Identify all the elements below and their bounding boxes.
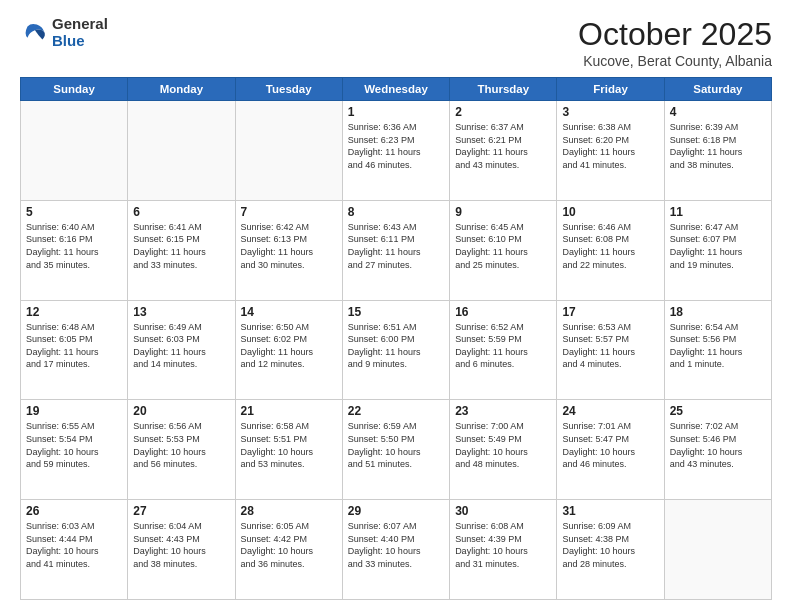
day-info: Sunrise: 6:36 AMSunset: 6:23 PMDaylight:… bbox=[348, 121, 444, 171]
day-info: Sunrise: 6:46 AMSunset: 6:08 PMDaylight:… bbox=[562, 221, 658, 271]
day-info: Sunrise: 6:05 AMSunset: 4:42 PMDaylight:… bbox=[241, 520, 337, 570]
table-row: 29Sunrise: 6:07 AMSunset: 4:40 PMDayligh… bbox=[342, 500, 449, 600]
table-row bbox=[21, 101, 128, 201]
day-info: Sunrise: 6:56 AMSunset: 5:53 PMDaylight:… bbox=[133, 420, 229, 470]
day-info: Sunrise: 6:07 AMSunset: 4:40 PMDaylight:… bbox=[348, 520, 444, 570]
day-info: Sunrise: 6:42 AMSunset: 6:13 PMDaylight:… bbox=[241, 221, 337, 271]
day-info: Sunrise: 7:00 AMSunset: 5:49 PMDaylight:… bbox=[455, 420, 551, 470]
day-info: Sunrise: 6:49 AMSunset: 6:03 PMDaylight:… bbox=[133, 321, 229, 371]
day-number: 10 bbox=[562, 205, 658, 219]
table-row: 6Sunrise: 6:41 AMSunset: 6:15 PMDaylight… bbox=[128, 200, 235, 300]
day-number: 22 bbox=[348, 404, 444, 418]
table-row: 21Sunrise: 6:58 AMSunset: 5:51 PMDayligh… bbox=[235, 400, 342, 500]
table-row: 5Sunrise: 6:40 AMSunset: 6:16 PMDaylight… bbox=[21, 200, 128, 300]
day-number: 8 bbox=[348, 205, 444, 219]
day-info: Sunrise: 6:39 AMSunset: 6:18 PMDaylight:… bbox=[670, 121, 766, 171]
day-number: 18 bbox=[670, 305, 766, 319]
day-number: 28 bbox=[241, 504, 337, 518]
table-row: 25Sunrise: 7:02 AMSunset: 5:46 PMDayligh… bbox=[664, 400, 771, 500]
day-number: 21 bbox=[241, 404, 337, 418]
logo-text: General Blue bbox=[52, 16, 108, 49]
day-info: Sunrise: 6:47 AMSunset: 6:07 PMDaylight:… bbox=[670, 221, 766, 271]
day-info: Sunrise: 6:38 AMSunset: 6:20 PMDaylight:… bbox=[562, 121, 658, 171]
day-info: Sunrise: 6:45 AMSunset: 6:10 PMDaylight:… bbox=[455, 221, 551, 271]
day-info: Sunrise: 6:43 AMSunset: 6:11 PMDaylight:… bbox=[348, 221, 444, 271]
table-row: 7Sunrise: 6:42 AMSunset: 6:13 PMDaylight… bbox=[235, 200, 342, 300]
day-number: 12 bbox=[26, 305, 122, 319]
table-row: 20Sunrise: 6:56 AMSunset: 5:53 PMDayligh… bbox=[128, 400, 235, 500]
table-row: 12Sunrise: 6:48 AMSunset: 6:05 PMDayligh… bbox=[21, 300, 128, 400]
table-row: 31Sunrise: 6:09 AMSunset: 4:38 PMDayligh… bbox=[557, 500, 664, 600]
day-number: 25 bbox=[670, 404, 766, 418]
day-info: Sunrise: 6:59 AMSunset: 5:50 PMDaylight:… bbox=[348, 420, 444, 470]
table-row: 3Sunrise: 6:38 AMSunset: 6:20 PMDaylight… bbox=[557, 101, 664, 201]
day-number: 2 bbox=[455, 105, 551, 119]
day-info: Sunrise: 6:48 AMSunset: 6:05 PMDaylight:… bbox=[26, 321, 122, 371]
table-row bbox=[128, 101, 235, 201]
logo-blue-label: Blue bbox=[52, 33, 108, 50]
table-row: 18Sunrise: 6:54 AMSunset: 5:56 PMDayligh… bbox=[664, 300, 771, 400]
location: Kucove, Berat County, Albania bbox=[578, 53, 772, 69]
col-saturday: Saturday bbox=[664, 78, 771, 101]
day-number: 6 bbox=[133, 205, 229, 219]
day-info: Sunrise: 6:52 AMSunset: 5:59 PMDaylight:… bbox=[455, 321, 551, 371]
logo: General Blue bbox=[20, 16, 108, 49]
calendar-table: Sunday Monday Tuesday Wednesday Thursday… bbox=[20, 77, 772, 600]
day-number: 29 bbox=[348, 504, 444, 518]
day-number: 19 bbox=[26, 404, 122, 418]
day-info: Sunrise: 7:02 AMSunset: 5:46 PMDaylight:… bbox=[670, 420, 766, 470]
day-number: 7 bbox=[241, 205, 337, 219]
day-info: Sunrise: 6:40 AMSunset: 6:16 PMDaylight:… bbox=[26, 221, 122, 271]
page: General Blue October 2025 Kucove, Berat … bbox=[0, 0, 792, 612]
table-row: 28Sunrise: 6:05 AMSunset: 4:42 PMDayligh… bbox=[235, 500, 342, 600]
calendar-header-row: Sunday Monday Tuesday Wednesday Thursday… bbox=[21, 78, 772, 101]
table-row: 2Sunrise: 6:37 AMSunset: 6:21 PMDaylight… bbox=[450, 101, 557, 201]
day-info: Sunrise: 6:51 AMSunset: 6:00 PMDaylight:… bbox=[348, 321, 444, 371]
day-info: Sunrise: 6:03 AMSunset: 4:44 PMDaylight:… bbox=[26, 520, 122, 570]
day-info: Sunrise: 6:58 AMSunset: 5:51 PMDaylight:… bbox=[241, 420, 337, 470]
table-row: 23Sunrise: 7:00 AMSunset: 5:49 PMDayligh… bbox=[450, 400, 557, 500]
col-wednesday: Wednesday bbox=[342, 78, 449, 101]
table-row: 19Sunrise: 6:55 AMSunset: 5:54 PMDayligh… bbox=[21, 400, 128, 500]
day-number: 1 bbox=[348, 105, 444, 119]
table-row: 24Sunrise: 7:01 AMSunset: 5:47 PMDayligh… bbox=[557, 400, 664, 500]
table-row: 13Sunrise: 6:49 AMSunset: 6:03 PMDayligh… bbox=[128, 300, 235, 400]
table-row bbox=[664, 500, 771, 600]
day-info: Sunrise: 7:01 AMSunset: 5:47 PMDaylight:… bbox=[562, 420, 658, 470]
day-number: 27 bbox=[133, 504, 229, 518]
day-number: 13 bbox=[133, 305, 229, 319]
table-row: 4Sunrise: 6:39 AMSunset: 6:18 PMDaylight… bbox=[664, 101, 771, 201]
day-number: 30 bbox=[455, 504, 551, 518]
table-row: 16Sunrise: 6:52 AMSunset: 5:59 PMDayligh… bbox=[450, 300, 557, 400]
table-row: 17Sunrise: 6:53 AMSunset: 5:57 PMDayligh… bbox=[557, 300, 664, 400]
calendar-week-row: 12Sunrise: 6:48 AMSunset: 6:05 PMDayligh… bbox=[21, 300, 772, 400]
day-info: Sunrise: 6:53 AMSunset: 5:57 PMDaylight:… bbox=[562, 321, 658, 371]
table-row bbox=[235, 101, 342, 201]
day-number: 11 bbox=[670, 205, 766, 219]
day-info: Sunrise: 6:50 AMSunset: 6:02 PMDaylight:… bbox=[241, 321, 337, 371]
table-row: 1Sunrise: 6:36 AMSunset: 6:23 PMDaylight… bbox=[342, 101, 449, 201]
day-number: 20 bbox=[133, 404, 229, 418]
day-number: 3 bbox=[562, 105, 658, 119]
logo-icon bbox=[20, 19, 48, 47]
table-row: 27Sunrise: 6:04 AMSunset: 4:43 PMDayligh… bbox=[128, 500, 235, 600]
day-number: 4 bbox=[670, 105, 766, 119]
col-monday: Monday bbox=[128, 78, 235, 101]
title-block: October 2025 Kucove, Berat County, Alban… bbox=[578, 16, 772, 69]
col-tuesday: Tuesday bbox=[235, 78, 342, 101]
calendar-week-row: 26Sunrise: 6:03 AMSunset: 4:44 PMDayligh… bbox=[21, 500, 772, 600]
logo-general-label: General bbox=[52, 16, 108, 33]
day-info: Sunrise: 6:08 AMSunset: 4:39 PMDaylight:… bbox=[455, 520, 551, 570]
day-number: 24 bbox=[562, 404, 658, 418]
day-info: Sunrise: 6:55 AMSunset: 5:54 PMDaylight:… bbox=[26, 420, 122, 470]
day-number: 31 bbox=[562, 504, 658, 518]
day-number: 26 bbox=[26, 504, 122, 518]
calendar-week-row: 19Sunrise: 6:55 AMSunset: 5:54 PMDayligh… bbox=[21, 400, 772, 500]
day-number: 16 bbox=[455, 305, 551, 319]
table-row: 8Sunrise: 6:43 AMSunset: 6:11 PMDaylight… bbox=[342, 200, 449, 300]
day-number: 15 bbox=[348, 305, 444, 319]
day-info: Sunrise: 6:54 AMSunset: 5:56 PMDaylight:… bbox=[670, 321, 766, 371]
table-row: 22Sunrise: 6:59 AMSunset: 5:50 PMDayligh… bbox=[342, 400, 449, 500]
col-friday: Friday bbox=[557, 78, 664, 101]
col-sunday: Sunday bbox=[21, 78, 128, 101]
